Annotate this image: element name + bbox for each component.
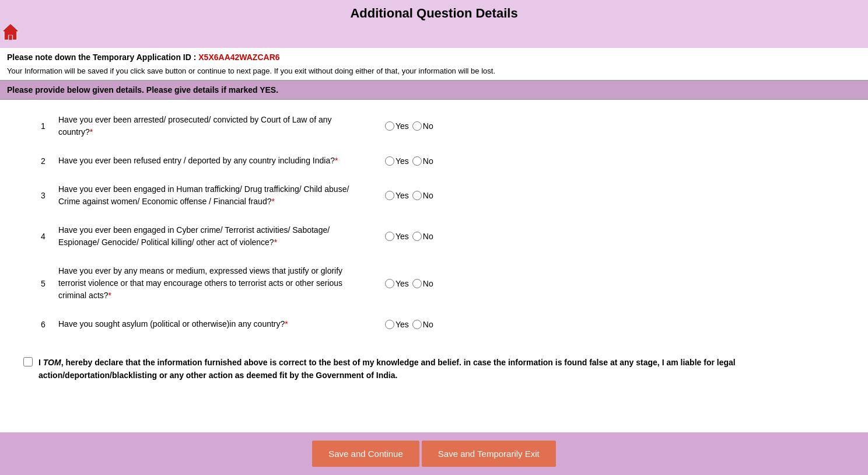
radio-no-input-4[interactable] [412, 232, 422, 241]
yes-label-6: Yes [396, 320, 409, 329]
radio-group-1: Yes No [385, 121, 433, 131]
table-row: 5 Have you ever by any means or medium, … [23, 257, 845, 310]
radio-no-input-6[interactable] [412, 320, 422, 329]
yes-label-1: Yes [396, 121, 409, 131]
declaration-checkbox[interactable] [23, 357, 33, 366]
question-text-5: Have you ever by any means or medium, ex… [58, 265, 350, 302]
radio-yes-6[interactable]: Yes [385, 320, 409, 329]
app-id-section: Please note down the Temporary Applicati… [0, 48, 868, 64]
page-header: Additional Question Details [0, 0, 868, 48]
page-title: Additional Question Details [0, 6, 868, 21]
radio-yes-2[interactable]: Yes [385, 156, 409, 166]
home-icon[interactable] [0, 21, 21, 42]
table-row: 2 Have you ever been refused entry / dep… [23, 146, 845, 175]
question-number-3: 3 [23, 191, 58, 200]
no-label-1: No [423, 121, 433, 131]
radio-yes-4[interactable]: Yes [385, 232, 409, 241]
yes-label-4: Yes [396, 232, 409, 241]
radio-no-2[interactable]: No [412, 156, 433, 166]
radio-group-5: Yes No [385, 279, 433, 288]
radio-yes-input-6[interactable] [385, 320, 394, 329]
question-number-6: 6 [23, 320, 58, 329]
question-text-3: Have you ever been engaged in Human traf… [58, 183, 350, 208]
declaration-section: I TOM, hereby declare that the informati… [0, 344, 868, 388]
no-label-6: No [423, 320, 433, 329]
svg-rect-1 [9, 35, 12, 40]
table-row: 4 Have you ever been engaged in Cyber cr… [23, 216, 845, 257]
radio-yes-input-1[interactable] [385, 121, 394, 131]
radio-no-3[interactable]: No [412, 191, 433, 200]
no-label-4: No [423, 232, 433, 241]
page-wrapper: Additional Question Details Please note … [0, 0, 868, 475]
no-label-3: No [423, 191, 433, 200]
no-label-5: No [423, 279, 433, 288]
app-id-value: X5X6AA42WAZCAR6 [198, 53, 279, 62]
table-row: 3 Have you ever been engaged in Human tr… [23, 175, 845, 216]
radio-no-5[interactable]: No [412, 279, 433, 288]
required-marker-6: * [285, 319, 288, 329]
radio-no-input-3[interactable] [412, 191, 422, 200]
radio-yes-input-2[interactable] [385, 156, 394, 166]
radio-yes-input-4[interactable] [385, 232, 394, 241]
radio-group-2: Yes No [385, 156, 433, 166]
radio-group-4: Yes No [385, 232, 433, 241]
info-text: Your Information will be saved if you cl… [0, 64, 868, 80]
radio-no-input-2[interactable] [412, 156, 422, 166]
required-marker-3: * [271, 197, 274, 206]
radio-yes-input-3[interactable] [385, 191, 394, 200]
radio-group-6: Yes No [385, 320, 433, 329]
radio-no-input-5[interactable] [412, 279, 422, 288]
question-text-4: Have you ever been engaged in Cyber crim… [58, 224, 350, 249]
required-marker-4: * [274, 238, 277, 247]
question-text-1: Have you ever been arrested/ prosecuted/… [58, 114, 350, 138]
yes-label-5: Yes [396, 279, 409, 288]
footer: Save and Continue Save and Temporarily E… [0, 432, 868, 475]
app-id-label: Please note down the Temporary Applicati… [7, 53, 196, 62]
no-label-2: No [423, 156, 433, 166]
radio-group-3: Yes No [385, 191, 433, 200]
declaration-statement: I TOM, hereby declare that the informati… [38, 356, 845, 382]
radio-no-4[interactable]: No [412, 232, 433, 241]
table-row: 1 Have you ever been arrested/ prosecute… [23, 106, 845, 146]
radio-yes-1[interactable]: Yes [385, 121, 409, 131]
required-marker-5: * [108, 291, 111, 300]
section-header: Please provide below given details. Plea… [0, 80, 868, 100]
required-marker-2: * [335, 156, 338, 165]
yes-label-3: Yes [396, 191, 409, 200]
radio-no-1[interactable]: No [412, 121, 433, 131]
question-text-2: Have you ever been refused entry / depor… [58, 155, 350, 167]
declaration-text: I TOM, hereby declare that the informati… [23, 356, 845, 382]
radio-no-6[interactable]: No [412, 320, 433, 329]
radio-yes-input-5[interactable] [385, 279, 394, 288]
required-marker-1: * [90, 127, 93, 137]
radio-yes-3[interactable]: Yes [385, 191, 409, 200]
save-continue-button[interactable]: Save and Continue [312, 441, 419, 467]
question-number-4: 4 [23, 232, 58, 241]
question-number-2: 2 [23, 156, 58, 166]
question-number-5: 5 [23, 279, 58, 288]
yes-label-2: Yes [396, 156, 409, 166]
save-exit-button[interactable]: Save and Temporarily Exit [422, 441, 556, 467]
questions-container: 1 Have you ever been arrested/ prosecute… [0, 100, 868, 344]
radio-yes-5[interactable]: Yes [385, 279, 409, 288]
question-number-1: 1 [23, 121, 58, 131]
radio-no-input-1[interactable] [412, 121, 422, 131]
question-text-6: Have you sought asylum (political or oth… [58, 318, 350, 330]
table-row: 6 Have you sought asylum (political or o… [23, 310, 845, 338]
